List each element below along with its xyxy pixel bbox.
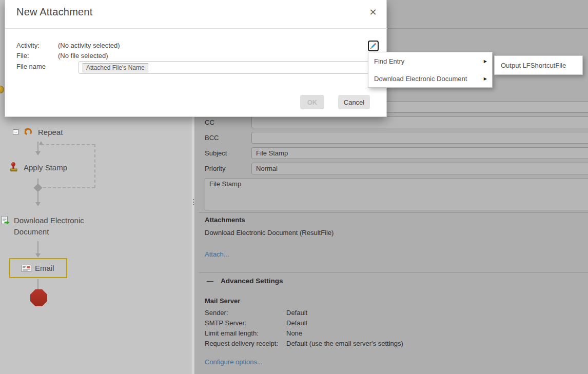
download-document-icon: [1, 216, 10, 238]
attach-link[interactable]: Attach...: [205, 250, 229, 258]
decision-diamond: [34, 184, 43, 192]
file-value: (No file selected): [58, 52, 108, 60]
collapse-minus-icon: —: [207, 277, 213, 285]
menu-item-label: Download Electronic Document: [374, 75, 467, 83]
pencil-icon: [369, 42, 377, 50]
limit-email-length-value: None: [286, 329, 302, 337]
repeat-icon: [24, 127, 33, 136]
attachments-heading: Attachments: [205, 216, 245, 224]
configure-options-link[interactable]: Configure options...: [205, 358, 263, 366]
email-envelope-icon: [22, 265, 31, 272]
close-icon[interactable]: ✕: [366, 6, 380, 19]
cancel-button[interactable]: Cancel: [338, 95, 370, 109]
subject-label: Subject: [205, 149, 227, 157]
ok-button[interactable]: OK: [300, 95, 324, 109]
loop-dashed-top: [41, 144, 95, 145]
section-divider: [199, 272, 588, 273]
connector-line: [37, 279, 38, 289]
node-apply-stamp[interactable]: Apply Stamp: [10, 162, 67, 172]
bcc-label: BCC: [205, 134, 219, 142]
smtp-server-label: SMTP Server:: [205, 319, 246, 327]
cc-input[interactable]: [251, 116, 588, 128]
limit-email-length-label: Limit email length:: [205, 329, 259, 337]
attachment-item: Download Electronic Document (ResultFile…: [205, 229, 334, 237]
dialog-title: New Attachment: [16, 6, 92, 18]
filename-label: File name: [16, 63, 46, 70]
section-divider: [199, 212, 588, 213]
node-download-label: Download Electronic Document: [14, 215, 85, 238]
node-download-electronic-document[interactable]: Download Electronic Document: [1, 215, 85, 238]
stamp-icon: [10, 162, 18, 172]
node-apply-stamp-label: Apply Stamp: [24, 163, 67, 172]
token-source-submenu: Output LFShortcutFile: [494, 55, 583, 75]
connector-arrow: [35, 202, 41, 206]
request-delivery-receipt-label: Request delivery receipt:: [205, 340, 278, 347]
token-coin-icon: [0, 86, 4, 93]
filename-token-chip[interactable]: Attached File's Name: [83, 63, 148, 72]
menu-item-find-entry[interactable]: Find Entry ▶: [368, 52, 492, 70]
sender-value: Default: [286, 309, 307, 317]
cc-label: CC: [205, 119, 214, 126]
token-picker-pencil-button[interactable]: [368, 41, 379, 51]
workflow-designer-screen: − Repeat: [0, 0, 588, 374]
end-node-octagon: [30, 289, 47, 306]
connector-arrow: [35, 253, 41, 258]
subject-input[interactable]: File Stamp: [251, 147, 588, 159]
new-attachment-dialog: New Attachment ✕ Activity: (No activity …: [5, 0, 387, 117]
connector-arrow: [35, 151, 41, 155]
node-email-label: Email: [35, 264, 54, 272]
submenu-item-output-lfshortcutfile[interactable]: Output LFShortcutFile: [495, 56, 582, 74]
activity-label: Activity:: [16, 42, 40, 49]
file-label: File:: [16, 52, 29, 60]
activity-value: (No activity selected): [58, 42, 120, 49]
connector-line: [37, 142, 38, 152]
submenu-arrow-icon: ▶: [484, 76, 487, 81]
smtp-server-value: Default: [286, 319, 307, 327]
message-body-textarea[interactable]: File Stamp: [205, 178, 588, 210]
node-repeat[interactable]: − Repeat: [13, 127, 63, 136]
dialog-title-divider: [5, 28, 387, 29]
loop-dashed-bottom: [43, 187, 95, 188]
token-source-menu: Find Entry ▶ Download Electronic Documen…: [368, 52, 493, 88]
node-repeat-label: Repeat: [38, 128, 63, 136]
request-delivery-receipt-value: Default (use the email server's settings…: [286, 340, 403, 347]
node-email-selected[interactable]: Email: [9, 258, 67, 278]
connector-line: [37, 241, 38, 254]
advanced-settings-toggle[interactable]: — Advanced Settings: [207, 277, 283, 285]
menu-item-label: Find Entry: [374, 57, 404, 65]
menu-item-download-electronic-document[interactable]: Download Electronic Document ▶: [368, 70, 492, 87]
filename-input[interactable]: Attached File's Name: [79, 61, 381, 74]
sender-label: Sender:: [205, 309, 228, 317]
advanced-settings-heading: Advanced Settings: [221, 277, 283, 285]
submenu-arrow-icon: ▶: [484, 59, 487, 64]
collapse-toggle-icon[interactable]: −: [13, 129, 18, 135]
bcc-input[interactable]: [251, 132, 588, 144]
mail-server-heading: Mail Server: [205, 297, 240, 305]
priority-select[interactable]: Normal: [251, 163, 588, 174]
connector-line: [37, 192, 38, 203]
priority-label: Priority: [205, 165, 225, 172]
loop-dashed-right: [94, 144, 95, 188]
